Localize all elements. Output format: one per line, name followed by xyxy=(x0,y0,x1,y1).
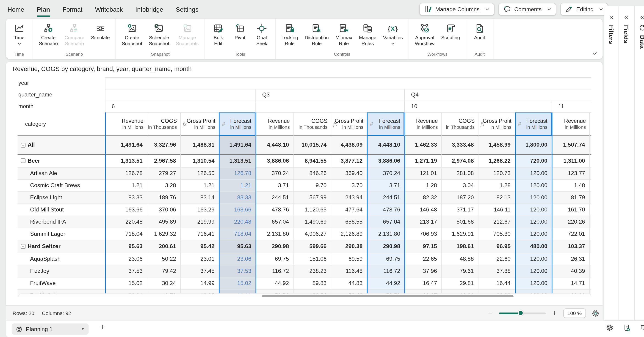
cell-beer-c11[interactable]: 720.00 xyxy=(515,154,547,167)
cell-fizzjoy-c10[interactable]: 37.88 xyxy=(478,265,510,277)
cell-cosmic-craft-brews-c7[interactable]: 3.71 xyxy=(367,179,400,192)
row-label-eclipse-light[interactable]: Eclipse Light xyxy=(30,191,103,203)
pivot-button[interactable]: Pivot xyxy=(229,22,251,41)
dimension-label-year[interactable]: year xyxy=(18,77,85,89)
zoom-slider[interactable] xyxy=(499,312,546,314)
distribution-rule-button[interactable]: Distribution Rule xyxy=(301,22,332,46)
cell-hard-seltzer-c11[interactable]: 480.00 xyxy=(515,240,547,253)
sheet-settings-button[interactable] xyxy=(606,324,614,332)
cell-fizzjoy-c5[interactable]: 238.23 xyxy=(293,265,327,277)
cell-riverbend-ipa-c3[interactable]: 220.48 xyxy=(219,216,251,228)
column-header-cogs[interactable]: COGSin Thousands xyxy=(147,112,180,136)
cell-fruitwave-c2[interactable]: 14.99 xyxy=(180,277,214,289)
cell-aquasplash-c0[interactable]: 23.06 xyxy=(105,253,142,265)
cell-artisan-ale-c11[interactable]: 120.00 xyxy=(515,167,547,179)
cell-artisan-ale-c2[interactable]: 126.50 xyxy=(180,167,214,179)
cell-eclipse-light-c12[interactable]: 81.79 xyxy=(552,191,585,203)
collapse-panel-icon[interactable]: « xyxy=(610,13,613,21)
cell-fruitwave-c12[interactable]: 14.71 xyxy=(552,277,585,289)
horizontal-scrollbar-thumb[interactable] xyxy=(262,295,514,297)
cell-cosmic-craft-brews-c6[interactable]: 3.70 xyxy=(331,179,363,192)
cell-all-c11[interactable]: 1,800.00 xyxy=(515,136,547,154)
cell-aquasplash-c6[interactable]: 69.59 xyxy=(331,253,363,265)
collapse-panel-icon[interactable]: « xyxy=(640,13,644,21)
cell-hard-seltzer-c5[interactable]: 599.66 xyxy=(293,240,327,253)
row-label-artisan-ale[interactable]: Artisan Ale xyxy=(30,167,103,179)
cell-artisan-ale-c1[interactable]: 279.27 xyxy=(147,167,176,179)
cell-fruitwave-c9[interactable]: 29.81 xyxy=(441,277,474,289)
cell-beer-c4[interactable]: 3,886.06 xyxy=(256,154,289,167)
cell-summit-lager-c12[interactable]: 722.01 xyxy=(552,228,585,240)
cell-fruitwave-c5[interactable]: 89.83 xyxy=(293,277,327,289)
cell-old-mill-stout-c6[interactable]: 477.64 xyxy=(331,203,363,216)
create-snapshot-button[interactable]: Create Snapshot xyxy=(118,22,146,46)
cell-summit-lager-c11[interactable]: 120.00 xyxy=(515,228,547,240)
add-sheet-button[interactable]: + xyxy=(100,323,105,332)
side-panel-label-fields[interactable]: Fields xyxy=(623,25,630,43)
approval-workflow-button[interactable]: Approval Workflow xyxy=(412,22,438,46)
collapse-toggle-all[interactable] xyxy=(21,143,26,147)
grid-settings-gear-icon[interactable] xyxy=(592,310,599,317)
chevron-down-icon[interactable] xyxy=(485,7,490,11)
cell-beer-c8[interactable]: 1,271.19 xyxy=(404,154,437,167)
cell-old-mill-stout-c9[interactable]: 371.17 xyxy=(441,203,474,216)
cell-cosmic-craft-brews-c3[interactable]: 1.21 xyxy=(219,179,251,192)
cell-summit-lager-c0[interactable]: 718.04 xyxy=(105,228,142,240)
cell-summit-lager-c8[interactable]: 706.93 xyxy=(404,228,437,240)
month-header-10[interactable]: 10 xyxy=(411,101,444,112)
row-label-all[interactable]: All xyxy=(28,136,101,154)
cell-hard-seltzer-c9[interactable]: 198.61 xyxy=(441,240,474,253)
cell-cosmic-craft-brews-c9[interactable]: 3.04 xyxy=(441,179,474,192)
row-label-beer[interactable]: Beer xyxy=(28,154,101,167)
cell-fizzjoy-c0[interactable]: 37.53 xyxy=(105,265,142,277)
cell-hard-seltzer-c7[interactable]: 290.98 xyxy=(367,240,400,253)
row-label-riverbend-ipa[interactable]: Riverbend IPA xyxy=(30,216,103,228)
column-header-gross-profit[interactable]: Gross Profitin Millionsfx xyxy=(180,112,219,136)
goal-seek-button[interactable]: Goal Seek xyxy=(251,22,272,46)
cell-fizzjoy-c12[interactable]: 40.39 xyxy=(552,265,585,277)
cell-artisan-ale-c0[interactable]: 126.78 xyxy=(105,167,142,179)
cell-hard-seltzer-c2[interactable]: 95.42 xyxy=(180,240,214,253)
chevron-down-icon[interactable] xyxy=(547,7,552,11)
zoom-out-button[interactable]: − xyxy=(487,309,493,317)
column-header-revenue[interactable]: Revenuein Millions xyxy=(404,112,441,136)
cell-cosmic-craft-brews-c10[interactable]: 1.28 xyxy=(478,179,510,192)
cell-old-mill-stout-c11[interactable]: 120.00 xyxy=(515,203,547,216)
menu-item-infobridge[interactable]: Infobridge xyxy=(135,6,163,13)
menu-item-format[interactable]: Format xyxy=(62,6,82,13)
column-header-gross-profit[interactable]: Gross Profitin Millionsfx xyxy=(331,112,367,136)
column-header-revenue[interactable]: Revenuein Millions xyxy=(256,112,293,136)
cell-fruitwave-c6[interactable]: 44.83 xyxy=(331,277,363,289)
schedule-snapshot-button[interactable]: Schedule Snapshot xyxy=(146,22,173,46)
audit-button[interactable]: Audit xyxy=(469,22,490,41)
cell-all-c7[interactable]: 4,448.10 xyxy=(367,136,400,154)
cell-all-c2[interactable]: 1,488.31 xyxy=(180,136,214,154)
cell-riverbend-ipa-c8[interactable]: 213.17 xyxy=(404,216,437,228)
cell-cosmic-craft-brews-c1[interactable]: 3.28 xyxy=(147,179,176,192)
cell-aquasplash-c3[interactable]: 23.06 xyxy=(219,253,251,265)
cell-beer-c10[interactable]: 1,268.22 xyxy=(478,154,510,167)
cell-cosmic-craft-brews-c5[interactable]: 9.70 xyxy=(293,179,327,192)
cell-eclipse-light-c7[interactable]: 244.51 xyxy=(367,191,400,203)
cell-artisan-ale-c5[interactable]: 846.26 xyxy=(293,167,327,179)
cell-summit-lager-c10[interactable]: 705.30 xyxy=(478,228,510,240)
cell-eclipse-light-c11[interactable]: 120.00 xyxy=(515,191,547,203)
cell-old-mill-stout-c12[interactable]: 161.70 xyxy=(552,203,585,216)
cell-summit-lager-c2[interactable]: 716.41 xyxy=(180,228,214,240)
month-header-6[interactable]: 6 xyxy=(112,101,145,112)
cell-fruitwave-c0[interactable]: 15.02 xyxy=(105,277,142,289)
cell-riverbend-ipa-c10[interactable]: 212.67 xyxy=(478,216,510,228)
bulk-edit-button[interactable]: Bulk Edit xyxy=(208,22,229,46)
cell-summit-lager-c3[interactable]: 718.04 xyxy=(219,228,251,240)
side-panel-label-filters[interactable]: Filters xyxy=(608,25,615,44)
cell-riverbend-ipa-c2[interactable]: 219.99 xyxy=(180,216,214,228)
side-panel-strip-fields[interactable]: «Fields xyxy=(618,6,634,320)
column-header-forecast[interactable]: Forecastin Millions# xyxy=(219,112,256,136)
cell-beer-c9[interactable]: 2,974.08 xyxy=(441,154,474,167)
add-view-button[interactable] xyxy=(623,324,631,332)
cell-aquasplash-c4[interactable]: 69.75 xyxy=(256,253,289,265)
time-button[interactable]: Time xyxy=(8,22,30,46)
cell-fruitwave-c7[interactable]: 44.92 xyxy=(367,277,400,289)
cell-hard-seltzer-c0[interactable]: 95.63 xyxy=(105,240,142,253)
cell-old-mill-stout-c0[interactable]: 163.66 xyxy=(105,203,142,216)
